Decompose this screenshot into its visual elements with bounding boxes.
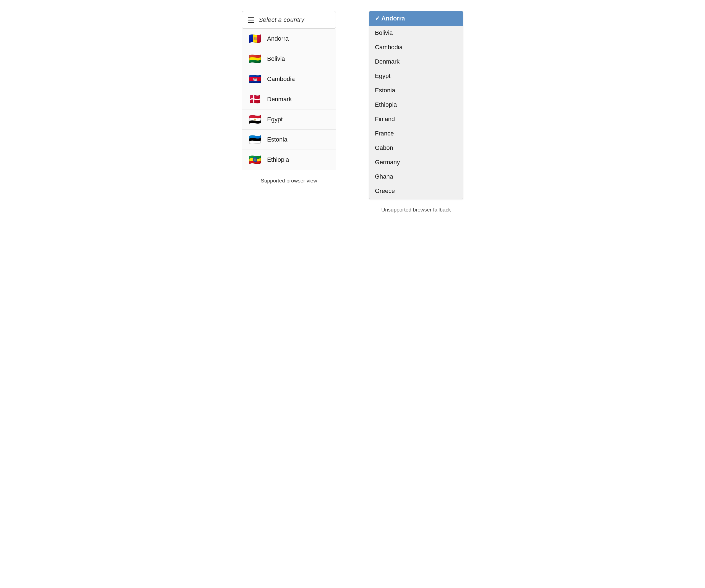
flag-icon: 🇪🇬 [248,114,262,125]
country-item[interactable]: 🇰🇭Cambodia [242,69,336,89]
select-option[interactable]: Germany [369,155,463,169]
select-option[interactable]: Greece [369,184,463,198]
hamburger-icon [248,17,254,23]
country-item[interactable]: 🇪🇪Estonia [242,130,336,150]
dropdown-scroll[interactable]: 🇦🇩Andorra🇧🇴Bolivia🇰🇭Cambodia🇩🇰Denmark🇪🇬E… [242,29,336,170]
select-option[interactable]: Egypt [369,69,463,83]
native-select-wrapper: AndorraBoliviaCambodiaDenmarkEgyptEstoni… [369,11,463,199]
flag-icon: 🇧🇴 [248,54,262,64]
select-option[interactable]: Bolivia [369,26,463,40]
left-panel-label: Supported browser view [261,178,317,184]
flag-icon: 🇩🇰 [248,94,262,104]
select-option[interactable]: Cambodia [369,40,463,54]
country-item[interactable]: 🇩🇰Denmark [242,89,336,109]
country-name: Estonia [267,136,287,143]
select-option[interactable]: Gabon [369,141,463,155]
select-option[interactable]: France [369,126,463,141]
custom-select-wrapper: Select a country 🇦🇩Andorra🇧🇴Bolivia🇰🇭Cam… [242,11,336,170]
country-item[interactable]: 🇪🇬Egypt [242,109,336,130]
country-name: Cambodia [267,76,295,83]
flag-icon: 🇪🇹 [248,155,262,165]
flag-icon: 🇰🇭 [248,74,262,84]
custom-dropdown: 🇦🇩Andorra🇧🇴Bolivia🇰🇭Cambodia🇩🇰Denmark🇪🇬E… [242,29,336,170]
flag-icon: 🇦🇩 [248,34,262,44]
country-item[interactable]: 🇦🇩Andorra [242,29,336,49]
select-option[interactable]: Ghana [369,169,463,184]
select-option[interactable]: Andorra [369,11,463,26]
left-panel: Select a country 🇦🇩Andorra🇧🇴Bolivia🇰🇭Cam… [242,11,336,184]
select-option[interactable]: Guatemala [369,198,463,199]
country-name: Denmark [267,96,292,103]
country-name: Egypt [267,116,283,123]
select-option[interactable]: Ethiopia [369,98,463,112]
custom-select-trigger[interactable]: Select a country [242,11,336,29]
native-select[interactable]: AndorraBoliviaCambodiaDenmarkEgyptEstoni… [369,11,463,199]
right-panel-label: Unsupported browser fallback [381,207,451,213]
page-container: Select a country 🇦🇩Andorra🇧🇴Bolivia🇰🇭Cam… [242,11,463,213]
select-option[interactable]: Estonia [369,83,463,98]
country-name: Bolivia [267,55,285,62]
flag-icon: 🇪🇪 [248,135,262,145]
select-option[interactable]: Finland [369,112,463,126]
country-item[interactable]: 🇧🇴Bolivia [242,49,336,69]
country-item[interactable]: 🇪🇹Ethiopia [242,150,336,170]
country-name: Andorra [267,35,289,42]
country-name: Ethiopia [267,156,289,163]
right-panel: AndorraBoliviaCambodiaDenmarkEgyptEstoni… [369,11,463,213]
select-option[interactable]: Denmark [369,54,463,69]
select-trigger-label: Select a country [259,16,304,23]
